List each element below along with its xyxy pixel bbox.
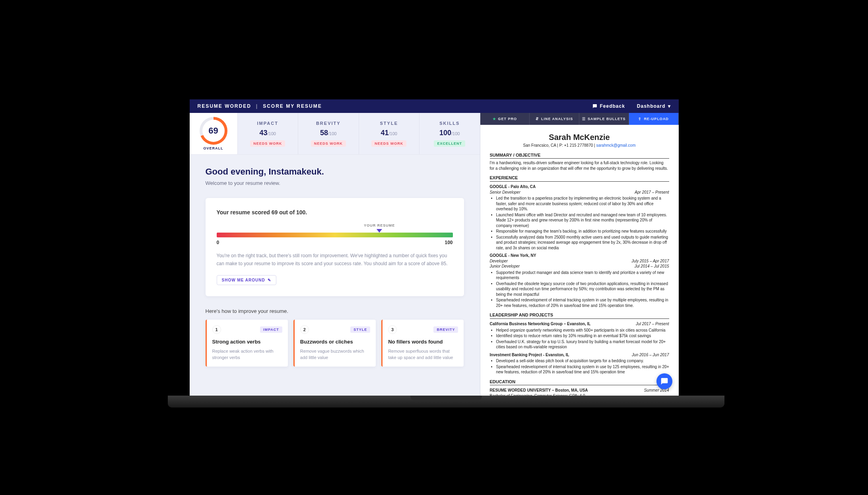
score-summary-row: 69 OVERALL IMPACT 43/100 NEEDS WORK BREV… (190, 113, 480, 155)
resume-bullet: Overhauled the obsolete legacy source co… (496, 281, 669, 297)
resume-bullet: Overhauled U.K. strategy for a top U.S. … (496, 339, 669, 350)
upload-icon: ⇧ (638, 117, 642, 121)
score-marker-icon (377, 229, 382, 233)
chevron-down-icon: ▾ (668, 103, 671, 109)
metric-skills[interactable]: SKILLS 100/100 EXCELLENT (419, 113, 480, 154)
page-subtitle: SCORE MY RESUME (263, 103, 322, 109)
score-gradient-bar (217, 233, 453, 237)
brand: RESUME WORDED (198, 103, 251, 109)
resume-bullet: Identified steps to reduce return rates … (496, 333, 669, 339)
dashboard-menu[interactable]: Dashboard ▾ (637, 103, 671, 109)
resume-name: Sarah McKenzie (490, 132, 669, 143)
overall-score: 69 OVERALL (190, 113, 237, 154)
help-chat-button[interactable] (656, 373, 672, 389)
resume-bullet: Responsible for managing the team's back… (496, 229, 669, 234)
metric-brevity[interactable]: BREVITY 58/100 NEEDS WORK (298, 113, 359, 154)
resume-email-link[interactable]: sarahmck@gmail.com (596, 143, 635, 148)
resume-bullet: Led the transition to a paperless practi… (496, 196, 669, 212)
wand-icon: ✎ (268, 278, 271, 282)
resume-contact: San Francsico, CA | P: +1 215 2778870 | … (490, 143, 669, 148)
score-explain: You're on the right track, but there's s… (217, 252, 453, 268)
resume-bullet: Spearheaded redevelopment of internal tr… (496, 364, 669, 375)
welcome-text: Welcome to your resume review. (206, 180, 464, 186)
top-nav: RESUME WORDED | SCORE MY RESUME Feedback… (190, 99, 679, 113)
resume-bullet: Launched Miami office with lead Director… (496, 212, 669, 229)
preview-tabs: ★GET PRO ⇵LINE ANALYSIS ☰SAMPLE BULLETS … (480, 113, 679, 125)
resume-bullet: Helped organize quarterly networking eve… (496, 328, 669, 333)
greeting: Good evening, Instamakeuk. (206, 167, 464, 177)
tab-get-pro[interactable]: ★GET PRO (480, 113, 530, 125)
tab-reupload[interactable]: ⇧RE-UPLOAD (629, 113, 679, 125)
tab-line-analysis[interactable]: ⇵LINE ANALYSIS (530, 113, 579, 125)
resume-bullet: Developed a sell-side ideas pitch book o… (496, 358, 669, 364)
resume-bullet: Spearheaded redevelopment of internal tr… (496, 297, 669, 308)
chat-icon (592, 104, 597, 109)
chat-icon (660, 377, 668, 385)
improvement-card[interactable]: 3BREVITY No fillers words found Remove s… (381, 320, 464, 367)
score-card: Your resume scored 69 out of 100. YOUR R… (206, 198, 464, 296)
metric-impact[interactable]: IMPACT 43/100 NEEDS WORK (237, 113, 298, 154)
resume-bullet: Supported the product manager and data s… (496, 270, 669, 281)
resume-preview: Sarah McKenzie San Francsico, CA | P: +1… (480, 125, 679, 396)
list-icon: ☰ (582, 117, 586, 121)
improvement-card[interactable]: 1IMPACT Strong action verbs Replace weak… (206, 320, 288, 367)
improvement-card[interactable]: 2STYLE Buzzwords or cliches Remove vague… (293, 320, 376, 367)
tab-sample-bullets[interactable]: ☰SAMPLE BULLETS (579, 113, 629, 125)
star-icon: ★ (493, 117, 496, 121)
score-card-heading: Your resume scored 69 out of 100. (217, 209, 453, 215)
analysis-icon: ⇵ (536, 117, 539, 121)
resume-bullet: Successfully analyzed data from 25000 mo… (496, 235, 669, 251)
metric-style[interactable]: STYLE 41/100 NEEDS WORK (359, 113, 419, 154)
improve-heading: Here's how to improve your resume. (206, 308, 464, 314)
feedback-link[interactable]: Feedback (592, 103, 625, 109)
show-me-button[interactable]: SHOW ME AROUND ✎ (217, 275, 276, 285)
